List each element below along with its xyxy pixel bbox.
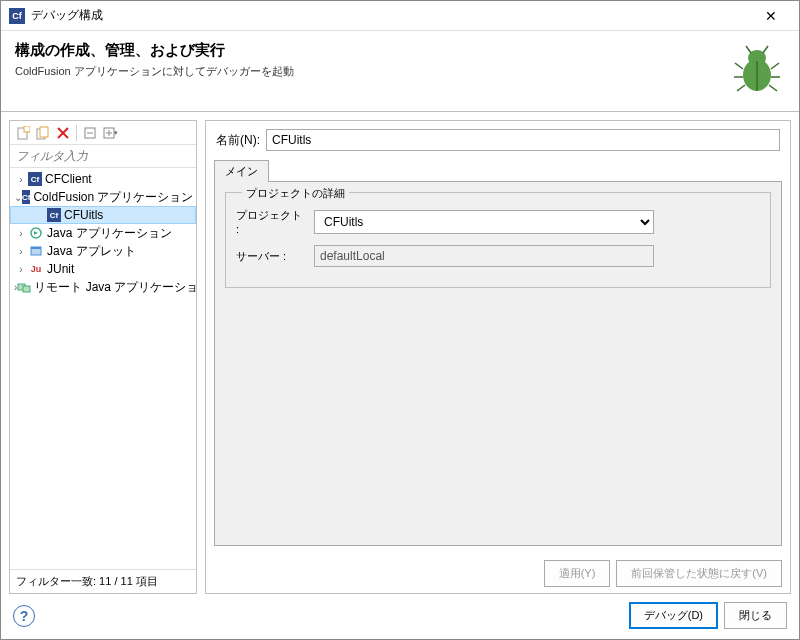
svg-line-8 [769,85,777,91]
svg-line-9 [746,46,751,53]
tree-label: JUnit [47,262,74,276]
svg-rect-24 [31,247,41,249]
body: ▾ › Cf CFClient ⌄ Cf ColdFusion アプリケーション… [1,112,799,594]
filter-match-count: フィルター一致: 11 / 11 項目 [10,569,196,593]
tree-item-cfuitls[interactable]: Cf CFUitls [10,206,196,224]
tree-item-junit[interactable]: › Ju JUnit [10,260,196,278]
applet-icon [28,243,44,259]
svg-line-5 [737,85,745,91]
filter-input[interactable] [10,145,196,167]
filter [10,145,196,168]
project-row: プロジェクト : CFUitls [236,208,760,235]
tab-pane: プロジェクトの詳細 プロジェクト : CFUitls サーバー : [214,181,782,546]
cf-icon: Cf [22,190,30,204]
close-button[interactable]: 閉じる [724,602,787,629]
right-pane: 名前(N): メイン プロジェクトの詳細 プロジェクト : CFUitls [205,120,791,594]
svg-rect-26 [23,286,30,292]
config-tree[interactable]: › Cf CFClient ⌄ Cf ColdFusion アプリケーション C… [10,168,196,569]
dialog-window: Cf デバッグ構成 ✕ 構成の作成、管理、および実行 ColdFusion アプ… [0,0,800,640]
toolbar: ▾ [10,121,196,145]
server-input [314,245,654,267]
tree-item-java-app[interactable]: › Java アプリケーション [10,224,196,242]
tabs: メイン [206,159,790,181]
footer: ? デバッグ(D) 閉じる [1,594,799,639]
collapse-button[interactable] [81,124,99,142]
delete-button[interactable] [54,124,72,142]
chevron-right-icon[interactable]: › [14,262,28,276]
tree-label: リモート Java アプリケーション [34,279,196,296]
tree-label: Java アプレット [47,243,136,260]
svg-rect-14 [40,127,48,137]
duplicate-button[interactable] [34,124,52,142]
name-label: 名前(N): [216,132,260,149]
server-label: サーバー : [236,249,306,264]
junit-icon: Ju [28,261,44,277]
close-icon[interactable]: ✕ [751,2,791,30]
svg-line-3 [735,63,743,69]
help-icon[interactable]: ? [13,605,35,627]
tab-main[interactable]: メイン [214,160,269,182]
debug-button[interactable]: デバッグ(D) [629,602,718,629]
svg-line-6 [771,63,779,69]
apply-button[interactable]: 適用(Y) [544,560,611,587]
new-button[interactable] [14,124,32,142]
chevron-right-icon[interactable]: › [14,244,28,258]
app-icon: Cf [9,8,25,24]
header-title: 構成の作成、管理、および実行 [15,41,729,60]
tree-item-coldfusion-app[interactable]: ⌄ Cf ColdFusion アプリケーション [10,188,196,206]
chevron-down-icon[interactable]: ⌄ [14,190,22,204]
server-row: サーバー : [236,245,760,267]
svg-line-10 [763,46,768,53]
expand-button[interactable]: ▾ [101,124,119,142]
toolbar-separator [76,125,77,141]
project-select[interactable]: CFUitls [314,210,654,234]
tree-label: CFUitls [64,208,103,222]
right-buttons: 適用(Y) 前回保管した状態に戻す(V) [206,554,790,593]
tree-label: ColdFusion アプリケーション [33,189,193,206]
header-subtitle: ColdFusion アプリケーションに対してデバッガーを起動 [15,64,729,79]
tree-item-java-applet[interactable]: › Java アプレット [10,242,196,260]
name-row: 名前(N): [206,121,790,159]
project-details-fieldset: プロジェクトの詳細 プロジェクト : CFUitls サーバー : [225,192,771,288]
chevron-right-icon[interactable]: › [14,172,28,186]
revert-button[interactable]: 前回保管した状態に戻す(V) [616,560,782,587]
header: 構成の作成、管理、および実行 ColdFusion アプリケーションに対してデバ… [1,31,799,112]
svg-rect-12 [24,126,30,132]
tree-item-remote-java[interactable]: › リモート Java アプリケーション [10,278,196,296]
titlebar-title: デバッグ構成 [31,7,751,24]
name-input[interactable] [266,129,780,151]
cf-icon: Cf [28,172,42,186]
tree-label: Java アプリケーション [47,225,172,242]
fieldset-legend: プロジェクトの詳細 [242,186,349,201]
cf-icon: Cf [47,208,61,222]
titlebar: Cf デバッグ構成 ✕ [1,1,799,31]
left-pane: ▾ › Cf CFClient ⌄ Cf ColdFusion アプリケーション… [9,120,197,594]
tree-label: CFClient [45,172,92,186]
tree-item-cfclient[interactable]: › Cf CFClient [10,170,196,188]
remote-java-icon [17,279,31,295]
java-app-icon [28,225,44,241]
chevron-right-icon[interactable]: › [14,226,28,240]
bug-icon [729,41,785,97]
project-label: プロジェクト : [236,208,306,235]
